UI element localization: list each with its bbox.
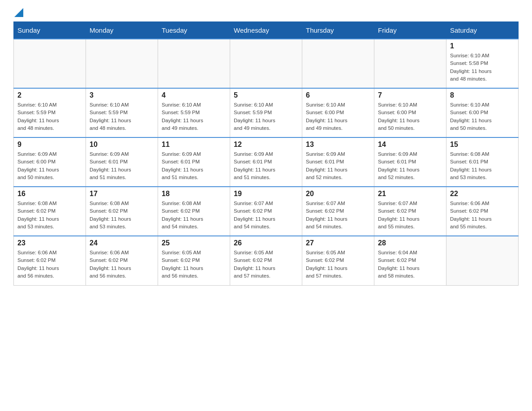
day-number: 16 <box>17 190 82 198</box>
day-number: 13 <box>306 141 370 149</box>
calendar-header-row: SundayMondayTuesdayWednesdayThursdayFrid… <box>14 22 519 39</box>
calendar-cell: 17Sunrise: 6:08 AM Sunset: 6:02 PM Dayli… <box>86 187 158 236</box>
day-number: 12 <box>234 141 298 149</box>
day-info: Sunrise: 6:10 AM Sunset: 6:00 PM Dayligh… <box>378 101 442 132</box>
calendar-week-5: 23Sunrise: 6:06 AM Sunset: 6:02 PM Dayli… <box>14 236 519 285</box>
calendar-cell: 23Sunrise: 6:06 AM Sunset: 6:02 PM Dayli… <box>14 236 86 285</box>
day-number: 17 <box>90 190 154 198</box>
day-info: Sunrise: 6:06 AM Sunset: 6:02 PM Dayligh… <box>90 249 154 280</box>
day-number: 14 <box>378 141 442 149</box>
page-header <box>13 9 519 17</box>
day-info: Sunrise: 6:06 AM Sunset: 6:02 PM Dayligh… <box>17 249 82 280</box>
calendar-header-saturday: Saturday <box>446 22 519 39</box>
day-number: 28 <box>378 239 442 247</box>
calendar-body: 1Sunrise: 6:10 AM Sunset: 5:58 PM Daylig… <box>14 39 519 285</box>
day-info: Sunrise: 6:10 AM Sunset: 5:59 PM Dayligh… <box>90 101 154 132</box>
calendar-cell: 7Sunrise: 6:10 AM Sunset: 6:00 PM Daylig… <box>374 88 446 137</box>
calendar-cell: 20Sunrise: 6:07 AM Sunset: 6:02 PM Dayli… <box>302 187 374 236</box>
day-number: 7 <box>378 91 442 99</box>
day-info: Sunrise: 6:08 AM Sunset: 6:02 PM Dayligh… <box>17 200 82 231</box>
day-info: Sunrise: 6:09 AM Sunset: 6:01 PM Dayligh… <box>234 150 298 181</box>
day-number: 18 <box>162 190 226 198</box>
calendar-cell: 19Sunrise: 6:07 AM Sunset: 6:02 PM Dayli… <box>230 187 302 236</box>
calendar-cell: 27Sunrise: 6:05 AM Sunset: 6:02 PM Dayli… <box>302 236 374 285</box>
calendar-header-sunday: Sunday <box>14 22 86 39</box>
calendar-cell: 6Sunrise: 6:10 AM Sunset: 6:00 PM Daylig… <box>302 88 374 137</box>
calendar-cell: 9Sunrise: 6:09 AM Sunset: 6:00 PM Daylig… <box>14 137 86 187</box>
day-info: Sunrise: 6:05 AM Sunset: 6:02 PM Dayligh… <box>162 249 226 280</box>
day-info: Sunrise: 6:05 AM Sunset: 6:02 PM Dayligh… <box>306 249 370 280</box>
day-info: Sunrise: 6:08 AM Sunset: 6:01 PM Dayligh… <box>450 150 515 181</box>
day-info: Sunrise: 6:09 AM Sunset: 6:01 PM Dayligh… <box>306 150 370 181</box>
day-info: Sunrise: 6:07 AM Sunset: 6:02 PM Dayligh… <box>306 200 370 231</box>
calendar-cell <box>374 39 446 88</box>
calendar-cell: 10Sunrise: 6:09 AM Sunset: 6:01 PM Dayli… <box>86 137 158 187</box>
day-number: 21 <box>378 190 442 198</box>
calendar-cell: 2Sunrise: 6:10 AM Sunset: 5:59 PM Daylig… <box>14 88 86 137</box>
calendar-cell: 13Sunrise: 6:09 AM Sunset: 6:01 PM Dayli… <box>302 137 374 187</box>
day-number: 26 <box>234 239 298 247</box>
day-info: Sunrise: 6:06 AM Sunset: 6:02 PM Dayligh… <box>450 200 515 231</box>
calendar-cell: 22Sunrise: 6:06 AM Sunset: 6:02 PM Dayli… <box>446 187 519 236</box>
calendar-cell <box>158 39 230 88</box>
calendar-week-2: 2Sunrise: 6:10 AM Sunset: 5:59 PM Daylig… <box>14 88 519 137</box>
calendar-cell <box>446 236 519 285</box>
day-number: 4 <box>162 91 226 99</box>
calendar-week-1: 1Sunrise: 6:10 AM Sunset: 5:58 PM Daylig… <box>14 39 519 88</box>
day-number: 22 <box>450 190 515 198</box>
calendar-header-monday: Monday <box>86 22 158 39</box>
calendar-header-tuesday: Tuesday <box>158 22 230 39</box>
day-info: Sunrise: 6:05 AM Sunset: 6:02 PM Dayligh… <box>234 249 298 280</box>
calendar-cell: 11Sunrise: 6:09 AM Sunset: 6:01 PM Dayli… <box>158 137 230 187</box>
day-info: Sunrise: 6:10 AM Sunset: 5:59 PM Dayligh… <box>17 101 82 132</box>
calendar-cell: 8Sunrise: 6:10 AM Sunset: 6:00 PM Daylig… <box>446 88 519 137</box>
calendar-table: SundayMondayTuesdayWednesdayThursdayFrid… <box>13 21 519 286</box>
calendar-cell: 16Sunrise: 6:08 AM Sunset: 6:02 PM Dayli… <box>14 187 86 236</box>
day-number: 15 <box>450 141 515 149</box>
day-number: 2 <box>17 91 82 99</box>
day-info: Sunrise: 6:04 AM Sunset: 6:02 PM Dayligh… <box>378 249 442 280</box>
calendar-cell: 4Sunrise: 6:10 AM Sunset: 5:59 PM Daylig… <box>158 88 230 137</box>
day-number: 25 <box>162 239 226 247</box>
day-info: Sunrise: 6:10 AM Sunset: 5:59 PM Dayligh… <box>234 101 298 132</box>
day-info: Sunrise: 6:08 AM Sunset: 6:02 PM Dayligh… <box>162 200 226 231</box>
calendar-cell <box>14 39 86 88</box>
calendar-cell: 12Sunrise: 6:09 AM Sunset: 6:01 PM Dayli… <box>230 137 302 187</box>
day-info: Sunrise: 6:09 AM Sunset: 6:00 PM Dayligh… <box>17 150 82 181</box>
day-info: Sunrise: 6:10 AM Sunset: 5:58 PM Dayligh… <box>450 52 515 83</box>
day-info: Sunrise: 6:10 AM Sunset: 6:00 PM Dayligh… <box>306 101 370 132</box>
calendar-cell <box>230 39 302 88</box>
day-number: 3 <box>90 91 154 99</box>
calendar-cell: 18Sunrise: 6:08 AM Sunset: 6:02 PM Dayli… <box>158 187 230 236</box>
calendar-cell <box>86 39 158 88</box>
calendar-cell: 24Sunrise: 6:06 AM Sunset: 6:02 PM Dayli… <box>86 236 158 285</box>
day-number: 9 <box>17 141 82 149</box>
logo-arrow-icon <box>14 8 23 17</box>
day-number: 10 <box>90 141 154 149</box>
calendar-header-friday: Friday <box>374 22 446 39</box>
day-info: Sunrise: 6:09 AM Sunset: 6:01 PM Dayligh… <box>90 150 154 181</box>
calendar-cell <box>302 39 374 88</box>
day-number: 19 <box>234 190 298 198</box>
calendar-week-3: 9Sunrise: 6:09 AM Sunset: 6:00 PM Daylig… <box>14 137 519 187</box>
logo <box>13 9 23 17</box>
day-number: 11 <box>162 141 226 149</box>
day-info: Sunrise: 6:10 AM Sunset: 5:59 PM Dayligh… <box>162 101 226 132</box>
day-number: 8 <box>450 91 515 99</box>
day-number: 20 <box>306 190 370 198</box>
calendar-cell: 1Sunrise: 6:10 AM Sunset: 5:58 PM Daylig… <box>446 39 519 88</box>
day-info: Sunrise: 6:10 AM Sunset: 6:00 PM Dayligh… <box>450 101 515 132</box>
day-number: 1 <box>450 42 515 50</box>
calendar-cell: 25Sunrise: 6:05 AM Sunset: 6:02 PM Dayli… <box>158 236 230 285</box>
day-info: Sunrise: 6:07 AM Sunset: 6:02 PM Dayligh… <box>378 200 442 231</box>
calendar-cell: 26Sunrise: 6:05 AM Sunset: 6:02 PM Dayli… <box>230 236 302 285</box>
calendar-cell: 5Sunrise: 6:10 AM Sunset: 5:59 PM Daylig… <box>230 88 302 137</box>
calendar-week-4: 16Sunrise: 6:08 AM Sunset: 6:02 PM Dayli… <box>14 187 519 236</box>
day-number: 24 <box>90 239 154 247</box>
calendar-cell: 15Sunrise: 6:08 AM Sunset: 6:01 PM Dayli… <box>446 137 519 187</box>
day-number: 5 <box>234 91 298 99</box>
day-info: Sunrise: 6:08 AM Sunset: 6:02 PM Dayligh… <box>90 200 154 231</box>
calendar-header-thursday: Thursday <box>302 22 374 39</box>
calendar-header-wednesday: Wednesday <box>230 22 302 39</box>
day-number: 6 <box>306 91 370 99</box>
